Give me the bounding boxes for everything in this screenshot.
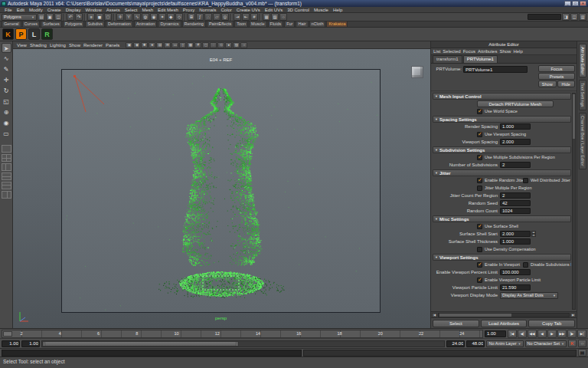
copy-tab-button[interactable]: Copy Tab (528, 320, 575, 327)
soft-modification-tool-icon[interactable]: ◉ (2, 118, 11, 128)
menu-edit[interactable]: Edit (15, 7, 27, 13)
construction-history-icon[interactable]: # (250, 13, 258, 21)
menu-display[interactable]: Display (64, 7, 83, 13)
section-header-viewport-settings[interactable]: ▼Viewport Settings (433, 254, 571, 261)
playback-end-field[interactable] (446, 340, 465, 347)
shelf-tab-ncloth[interactable]: nCloth (309, 21, 326, 27)
menu-3d-control[interactable]: 3D Control (285, 7, 312, 13)
resolution-gate-icon[interactable]: ▯ (179, 42, 186, 48)
krakatoa-render-icon[interactable]: R (41, 28, 53, 40)
panel-menu-show[interactable]: Show (67, 43, 82, 48)
redo-icon[interactable]: ↷ (75, 13, 83, 21)
section-header-mesh-input-control[interactable]: ▼Mesh Input Control (433, 93, 571, 100)
field-chart-icon[interactable]: # (194, 42, 201, 48)
menu-edit-uvs[interactable]: Edit UVs (263, 7, 285, 13)
surface-shell-start-spin-down-icon[interactable]: ▼ (531, 234, 536, 237)
menu-assets[interactable]: Assets (104, 7, 122, 13)
select-rendering-mask-icon[interactable]: ◆ (167, 13, 175, 21)
section-header-jitter[interactable]: ▼Jitter (433, 169, 571, 176)
safe-action-icon[interactable]: ◻ (202, 42, 209, 48)
section-header-misc-settings[interactable]: ▼Misc Settings (433, 215, 571, 222)
snap-to-view-planes-icon[interactable]: ▱ (213, 13, 220, 21)
lasso-select-tool-icon[interactable]: ∿ (2, 54, 11, 64)
maximize-button[interactable]: □ (572, 1, 579, 6)
menu-muscle[interactable]: Muscle (312, 7, 331, 13)
panel-menu-shading[interactable]: Shading (28, 43, 48, 48)
show-attribute-editor-icon[interactable]: ◨ (562, 13, 570, 21)
section-header-spacing-settings[interactable]: ▼Spacing Settings (433, 116, 571, 123)
ae-menu-show[interactable]: Show (499, 49, 511, 54)
ae-tab-prtvolume1[interactable]: PRTVolume1 (463, 55, 498, 63)
use-density-compensation-checkbox[interactable] (477, 247, 482, 252)
shelf-tab-curves[interactable]: Curves (22, 21, 40, 27)
menu-color[interactable]: Color (218, 7, 234, 13)
show-tool-settings-icon[interactable]: ◫ (570, 13, 578, 21)
panel-menu-panels[interactable]: Panels (104, 43, 121, 48)
ipr-render-icon[interactable]: ▧ (271, 13, 279, 21)
move-tool-icon[interactable]: ✛ (2, 75, 11, 85)
well-distributed-jitter-checkbox[interactable] (523, 178, 528, 183)
step-forward-one-frame-button[interactable]: |▶ (567, 330, 577, 338)
range-start-grip[interactable] (43, 342, 45, 346)
scroll-right-arrow-icon[interactable]: ▶ (570, 313, 576, 317)
ae-menu-selected[interactable]: Selected (443, 49, 460, 54)
select-tool-icon[interactable]: ➤ (2, 43, 11, 53)
viewport-canvas[interactable] (62, 70, 380, 312)
ae-menu-attributes[interactable]: Attributes (478, 49, 497, 54)
number-of-subdivisions-field[interactable] (500, 162, 531, 168)
viewport-particle-limit-field[interactable] (500, 284, 531, 291)
make-live-icon[interactable]: ◎ (221, 13, 229, 21)
scrollbar-thumb[interactable] (439, 314, 511, 317)
persp-graph-layout-button[interactable] (2, 172, 11, 180)
shelf-tab-surfaces[interactable]: Surfaces (41, 21, 62, 27)
safe-title-icon[interactable]: ◌ (210, 42, 217, 48)
bookmarks-icon[interactable]: ★ (149, 42, 155, 48)
minimize-button[interactable]: _ (564, 1, 571, 6)
single-pane-layout-button[interactable] (2, 145, 11, 153)
random-count-field[interactable] (500, 208, 531, 214)
menu-mesh[interactable]: Mesh (139, 7, 155, 13)
load-attributes-button[interactable]: Load Attributes (481, 320, 528, 327)
ae-tab-transform1[interactable]: transform1 (433, 55, 462, 63)
snap-to-points-icon[interactable]: ∴ (204, 13, 212, 21)
input-connections-icon[interactable]: ⇥ (234, 13, 241, 21)
script-editor-icon[interactable]: ▤ (578, 349, 586, 356)
sidebar-tab-channel-box-layer-editor[interactable]: Channel Box / Layer Editor (579, 113, 586, 169)
save-scene-icon[interactable]: ◫ (54, 13, 62, 21)
sidebar-tab-tool-settings[interactable]: Tool Settings (579, 80, 586, 110)
menu-modify[interactable]: Modify (27, 7, 45, 13)
select-dynamics-mask-icon[interactable]: ✦ (158, 13, 166, 21)
film-gate-icon[interactable]: ▭ (172, 42, 178, 48)
focus-button[interactable]: Focus (538, 65, 575, 72)
menu-select[interactable]: Select (122, 7, 140, 13)
viewport-spacing-field[interactable] (500, 139, 531, 145)
shelf-tab-general[interactable]: General (2, 21, 21, 27)
image-plane-icon[interactable]: ▤ (156, 42, 163, 48)
quick-numeric-input[interactable] (528, 14, 561, 20)
jitter-multiple-per-region-checkbox[interactable] (477, 186, 482, 191)
show-channel-box-icon[interactable]: ▥ (579, 13, 586, 21)
open-scene-icon[interactable]: ▣ (46, 13, 54, 21)
animation-end-field[interactable] (466, 340, 485, 347)
viewport-display-mode-dropdown[interactable]: Display As Small Dots▼ (500, 292, 558, 299)
hypershade-persp-layout-button[interactable] (2, 182, 11, 189)
use-viewport-spacing-checkbox[interactable] (477, 132, 482, 137)
shelf-tab-rendering[interactable]: Rendering (182, 21, 206, 27)
hide-button[interactable]: Hide (557, 80, 576, 87)
range-end-grip[interactable] (236, 342, 238, 346)
shelf-tab-polygons[interactable]: Polygons (63, 21, 85, 27)
surface-shell-thickness-field[interactable] (500, 238, 531, 245)
shelf-tab-krakatoa[interactable]: Krakatoa (326, 21, 348, 27)
panel-menu-lighting[interactable]: Lighting (48, 43, 67, 48)
shelf-tab-dynamics[interactable]: Dynamics (158, 21, 181, 27)
persp-uv-layout-button[interactable] (2, 191, 11, 199)
undo-icon[interactable]: ↶ (67, 13, 74, 21)
step-back-one-key-button[interactable]: ◀◀ (528, 330, 537, 338)
sidebar-tab-attribute-editor[interactable]: Attribute Editor (579, 44, 586, 77)
menu-edit-mesh[interactable]: Edit Mesh (155, 7, 181, 13)
shelf-tab-muscle[interactable]: Muscle (249, 21, 266, 27)
select-object-icon[interactable]: ◼ (96, 13, 103, 21)
select-curves-mask-icon[interactable]: ∿ (133, 13, 141, 21)
select-misc-mask-icon[interactable]: ◇ (175, 13, 183, 21)
time-slider[interactable]: 24681012141618202224 (2, 330, 483, 338)
